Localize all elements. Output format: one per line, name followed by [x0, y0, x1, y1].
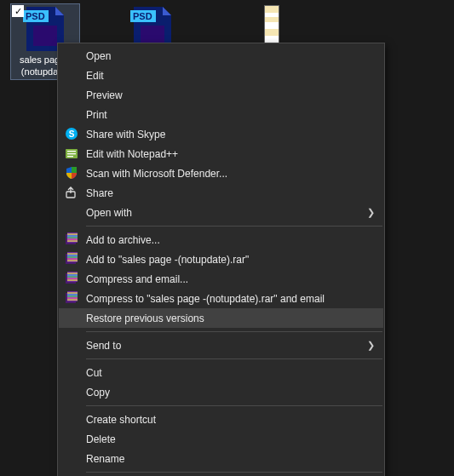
menu-item-label: Send to [86, 340, 358, 352]
svg-rect-45 [67, 300, 78, 301]
menu-item-label: Create shortcut [86, 414, 358, 426]
menu-item[interactable]: Edit with Notepad++ [59, 144, 383, 163]
svg-rect-23 [67, 239, 78, 240]
menu-item-label: Cut [86, 367, 358, 379]
menu-item[interactable]: Preview [59, 85, 383, 105]
menu-item[interactable]: Restore previous versions [59, 308, 383, 328]
svg-rect-43 [67, 296, 78, 297]
svg-text:PSD: PSD [133, 11, 152, 21]
notepadpp-icon [65, 146, 78, 160]
menu-item-label: Compress to "sales page -(notupdate).rar… [86, 293, 358, 305]
menu-item-label: Add to "sales page -(notupdate).rar" [86, 254, 358, 266]
svg-rect-34 [67, 273, 78, 274]
menu-item-label: Edit [86, 70, 358, 82]
svg-rect-35 [67, 275, 78, 276]
svg-rect-38 [67, 280, 78, 281]
menu-item[interactable]: Copy [59, 382, 383, 402]
menu-item-label: Open with [86, 207, 358, 219]
svg-marker-6 [163, 7, 171, 15]
menu-item[interactable]: Scan with Microsoft Defender... [59, 163, 383, 183]
menu-item[interactable]: Print [59, 105, 383, 124]
svg-rect-31 [67, 261, 78, 261]
svg-rect-20 [67, 234, 78, 235]
menu-item-label: Add to archive... [86, 234, 358, 246]
svg-rect-21 [67, 236, 78, 237]
menu-item[interactable]: Delete [59, 429, 383, 449]
menu-item-label: Edit with Notepad++ [86, 148, 358, 160]
menu-item[interactable]: Send to❯ [59, 335, 383, 355]
rar-icon [65, 272, 78, 285]
svg-rect-22 [67, 238, 78, 238]
menu-item[interactable]: Add to archive... [59, 230, 383, 249]
menu-item[interactable]: Create shortcut [59, 410, 383, 429]
menu-item-label: Share with Skype [86, 129, 358, 141]
menu-separator [86, 358, 382, 359]
menu-item-label: Print [86, 109, 358, 121]
defender-icon [65, 166, 78, 180]
menu-item-label: Delete [86, 433, 358, 445]
svg-rect-13 [67, 151, 76, 152]
svg-rect-37 [67, 278, 78, 279]
selection-checkbox[interactable]: ✓ [12, 5, 24, 17]
share-icon [65, 186, 78, 199]
menu-item-label: Rename [86, 453, 358, 465]
svg-rect-14 [67, 153, 76, 154]
menu-item[interactable]: Share [59, 183, 383, 203]
submenu-arrow-icon: ❯ [367, 340, 375, 351]
menu-separator [86, 472, 382, 473]
menu-item[interactable]: Compress and email... [59, 269, 383, 289]
svg-rect-24 [67, 241, 78, 242]
svg-rect-41 [67, 293, 78, 294]
menu-item-label: Compress and email... [86, 273, 358, 285]
svg-marker-1 [55, 7, 64, 15]
menu-separator [86, 405, 382, 406]
menu-separator [86, 331, 382, 332]
svg-rect-36 [67, 277, 78, 278]
menu-item[interactable]: Open [59, 46, 383, 66]
svg-text:S: S [69, 129, 75, 139]
menu-item[interactable]: Open with❯ [59, 203, 383, 222]
menu-item[interactable]: Rename [59, 449, 383, 468]
svg-rect-42 [67, 295, 78, 295]
rar-icon [65, 252, 78, 266]
submenu-arrow-icon: ❯ [367, 207, 375, 218]
menu-item[interactable]: Add to "sales page -(notupdate).rar" [59, 249, 383, 269]
svg-rect-28 [67, 255, 78, 256]
svg-text:PSD: PSD [26, 11, 45, 21]
rar-icon [65, 232, 78, 246]
menu-item[interactable]: Cut [59, 363, 383, 382]
skype-icon: S [65, 127, 78, 141]
menu-item-label: Restore previous versions [86, 313, 358, 324]
menu-item-label: Copy [86, 387, 358, 399]
menu-separator [86, 226, 382, 227]
svg-rect-30 [67, 259, 78, 260]
context-menu: OpenEditPreviewPrintSShare with SkypeEdi… [57, 43, 385, 476]
menu-item-label: Share [86, 187, 358, 199]
menu-item-label: Preview [86, 89, 358, 101]
menu-item-label: Scan with Microsoft Defender... [86, 168, 358, 180]
menu-item-label: Open [86, 50, 358, 62]
svg-rect-15 [67, 156, 73, 157]
svg-rect-4 [33, 26, 57, 46]
svg-rect-29 [67, 257, 78, 258]
svg-rect-44 [67, 298, 78, 299]
menu-item[interactable]: Compress to "sales page -(notupdate).rar… [59, 289, 383, 308]
rar-icon [65, 291, 78, 305]
menu-item[interactable]: Edit [59, 66, 383, 85]
menu-item[interactable]: SShare with Skype [59, 124, 383, 144]
svg-rect-27 [67, 254, 78, 255]
